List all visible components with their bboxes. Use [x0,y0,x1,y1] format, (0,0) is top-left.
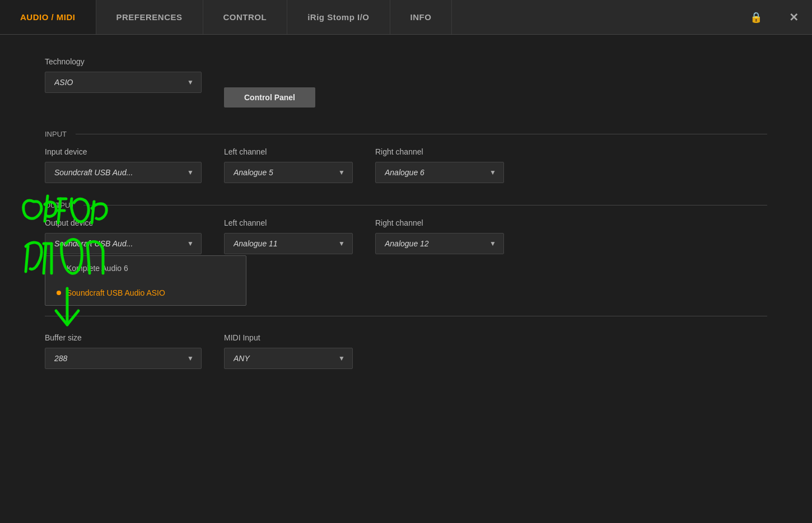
dropdown-option-komplete-label: Komplete Audio 6 [67,264,128,273]
input-right-channel-wrapper: Analogue 6 ▼ [375,162,504,183]
output-left-channel-label: Left channel [224,218,353,227]
input-left-channel-group: Left channel Analogue 5 ▼ [224,147,353,183]
input-right-channel-group: Right channel Analogue 6 ▼ [375,147,504,183]
buffer-size-select[interactable]: 288 [45,348,202,369]
input-device-wrapper: Soundcraft USB Aud... ▼ [45,162,202,183]
output-device-label: Output device [45,218,202,227]
input-right-channel-label: Right channel [375,147,504,156]
input-section: INPUT Input device Soundcraft USB Aud...… [45,130,767,183]
output-section-label: OUTPUT [45,201,767,209]
buffer-midi-row: Buffer size 288 ▼ MIDI Input ANY ▼ [45,333,767,369]
output-right-channel-wrapper: Analogue 12 ▼ [375,233,504,254]
input-left-channel-select[interactable]: Analogue 5 [224,162,353,183]
midi-input-select[interactable]: ANY [224,348,353,369]
midi-input-label: MIDI Input [224,333,353,342]
input-left-channel-label: Left channel [224,147,353,156]
input-device-select[interactable]: Soundcraft USB Aud... [45,162,202,183]
tab-audio-midi[interactable]: AUDIO / MIDI [0,0,96,34]
control-panel-button[interactable]: Control Panel [224,87,315,108]
output-device-wrapper: Soundcraft USB Aud... ▼ Komplete Audio 6… [45,233,202,254]
output-right-channel-label: Right channel [375,218,504,227]
output-right-channel-group: Right channel Analogue 12 ▼ [375,218,504,254]
output-left-channel-wrapper: Analogue 11 ▼ [224,233,353,254]
input-device-label: Input device [45,147,202,156]
input-right-channel-select[interactable]: Analogue 6 [375,162,504,183]
control-panel-group: _ Control Panel [224,57,315,108]
technology-select-wrapper: ASIO WASAPI DirectSound ▼ [45,72,202,93]
input-row: Input device Soundcraft USB Aud... ▼ Lef… [45,147,767,183]
midi-input-group: MIDI Input ANY ▼ [224,333,353,369]
dropdown-option-soundcraft[interactable]: Soundcraft USB Audio ASIO [45,281,246,305]
dropdown-option-komplete[interactable]: Komplete Audio 6 [45,256,246,281]
buffer-size-group: Buffer size 288 ▼ [45,333,202,369]
input-section-label: INPUT [45,130,767,138]
buffer-midi-section: Buffer size 288 ▼ MIDI Input ANY ▼ [45,316,767,369]
selected-dot-icon [57,291,61,295]
output-right-channel-select[interactable]: Analogue 12 [375,233,504,254]
buffer-size-wrapper: 288 ▼ [45,348,202,369]
tab-control[interactable]: CONTROL [203,0,288,34]
close-button[interactable]: ✕ [776,11,812,24]
tab-info[interactable]: INFO [390,0,452,34]
technology-group: Technology ASIO WASAPI DirectSound ▼ [45,57,202,93]
output-device-dropdown: Komplete Audio 6 Soundcraft USB Audio AS… [45,255,246,306]
output-left-channel-select[interactable]: Analogue 11 [224,233,353,254]
output-section: OUTPUT Output device Soundcraft USB Aud.… [45,201,767,254]
output-device-select[interactable]: Soundcraft USB Aud... [45,233,202,254]
input-left-channel-wrapper: Analogue 5 ▼ [224,162,353,183]
output-left-channel-group: Left channel Analogue 11 ▼ [224,218,353,254]
technology-row: Technology ASIO WASAPI DirectSound ▼ _ C… [45,57,767,108]
technology-label: Technology [45,57,202,66]
dropdown-option-soundcraft-label: Soundcraft USB Audio ASIO [67,288,165,297]
tab-irig-stomp[interactable]: iRig Stomp I/O [287,0,390,34]
main-content: Technology ASIO WASAPI DirectSound ▼ _ C… [0,35,812,409]
no-dot-icon [57,266,61,270]
input-device-group: Input device Soundcraft USB Aud... ▼ [45,147,202,183]
output-row: Output device Soundcraft USB Aud... ▼ Ko… [45,218,767,254]
technology-select[interactable]: ASIO WASAPI DirectSound [45,72,202,93]
lock-icon[interactable]: 🔒 [736,11,776,24]
tab-preferences[interactable]: PREFERENCES [96,0,203,34]
output-device-group: Output device Soundcraft USB Aud... ▼ Ko… [45,218,202,254]
topnav: AUDIO / MIDI PREFERENCES CONTROL iRig St… [0,0,812,35]
midi-input-wrapper: ANY ▼ [224,348,353,369]
buffer-size-label: Buffer size [45,333,202,342]
